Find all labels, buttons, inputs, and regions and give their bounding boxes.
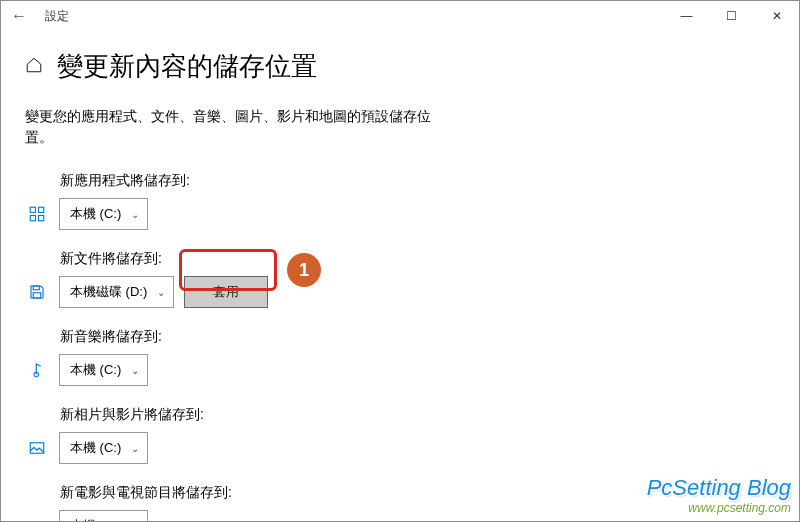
- photos-icon: [25, 439, 49, 457]
- svg-rect-6: [30, 443, 44, 454]
- chevron-down-icon: ⌄: [131, 209, 139, 220]
- minimize-button[interactable]: —: [664, 1, 709, 31]
- dropdown-photos-value: 本機 (C:): [70, 439, 121, 457]
- apply-button[interactable]: 套用: [184, 276, 268, 308]
- back-icon[interactable]: ←: [11, 7, 27, 25]
- watermark: PcSetting Blog www.pcsetting.com: [647, 475, 791, 515]
- maximize-button[interactable]: ☐: [709, 1, 754, 31]
- dropdown-music-value: 本機 (C:): [70, 361, 121, 379]
- svg-rect-5: [33, 293, 41, 298]
- section-music: 新音樂將儲存到: 本機 (C:) ⌄: [25, 328, 775, 386]
- video-icon: [25, 517, 49, 522]
- heading-row: 變更新內容的儲存位置: [25, 49, 775, 84]
- dropdown-docs-value: 本機磁碟 (D:): [70, 283, 147, 301]
- window-buttons: — ☐ ✕: [664, 1, 799, 31]
- close-button[interactable]: ✕: [754, 1, 799, 31]
- save-icon: [25, 283, 49, 301]
- annotation-badge: 1: [287, 253, 321, 287]
- titlebar: ← 設定 — ☐ ✕: [1, 1, 799, 31]
- chevron-down-icon: ⌄: [157, 287, 165, 298]
- svg-rect-4: [33, 286, 39, 290]
- page-description: 變更您的應用程式、文件、音樂、圖片、影片和地圖的預設儲存位置。: [25, 106, 445, 148]
- svg-rect-2: [30, 216, 35, 221]
- page-title: 變更新內容的儲存位置: [57, 49, 317, 84]
- chevron-down-icon: ⌄: [131, 365, 139, 376]
- dropdown-apps-value: 本機 (C:): [70, 205, 121, 223]
- dropdown-movies[interactable]: 本機 (C:) ⌄: [59, 510, 148, 522]
- dropdown-docs[interactable]: 本機磁碟 (D:) ⌄: [59, 276, 174, 308]
- section-apps: 新應用程式將儲存到: 本機 (C:) ⌄: [25, 172, 775, 230]
- dropdown-apps[interactable]: 本機 (C:) ⌄: [59, 198, 148, 230]
- svg-rect-1: [39, 207, 44, 212]
- dropdown-movies-value: 本機 (C:): [70, 517, 121, 522]
- settings-window: ← 設定 — ☐ ✕ 變更新內容的儲存位置 變更您的應用程式、文件、音樂、圖片、…: [0, 0, 800, 522]
- chevron-down-icon: ⌄: [131, 443, 139, 454]
- music-icon: [25, 361, 49, 379]
- section-docs: 新文件將儲存到: 本機磁碟 (D:) ⌄ 套用: [25, 250, 775, 308]
- label-photos: 新相片與影片將儲存到:: [25, 406, 775, 424]
- label-docs: 新文件將儲存到:: [25, 250, 775, 268]
- svg-rect-3: [39, 216, 44, 221]
- home-icon[interactable]: [25, 56, 43, 77]
- dropdown-photos[interactable]: 本機 (C:) ⌄: [59, 432, 148, 464]
- svg-rect-0: [30, 207, 35, 212]
- content-area: 變更新內容的儲存位置 變更您的應用程式、文件、音樂、圖片、影片和地圖的預設儲存位…: [1, 31, 799, 522]
- apply-button-label: 套用: [213, 283, 239, 301]
- watermark-url: www.pcsetting.com: [647, 501, 791, 515]
- apps-icon: [25, 205, 49, 223]
- section-photos: 新相片與影片將儲存到: 本機 (C:) ⌄: [25, 406, 775, 464]
- watermark-title: PcSetting Blog: [647, 475, 791, 501]
- label-apps: 新應用程式將儲存到:: [25, 172, 775, 190]
- dropdown-music[interactable]: 本機 (C:) ⌄: [59, 354, 148, 386]
- window-title: 設定: [45, 8, 69, 25]
- label-music: 新音樂將儲存到:: [25, 328, 775, 346]
